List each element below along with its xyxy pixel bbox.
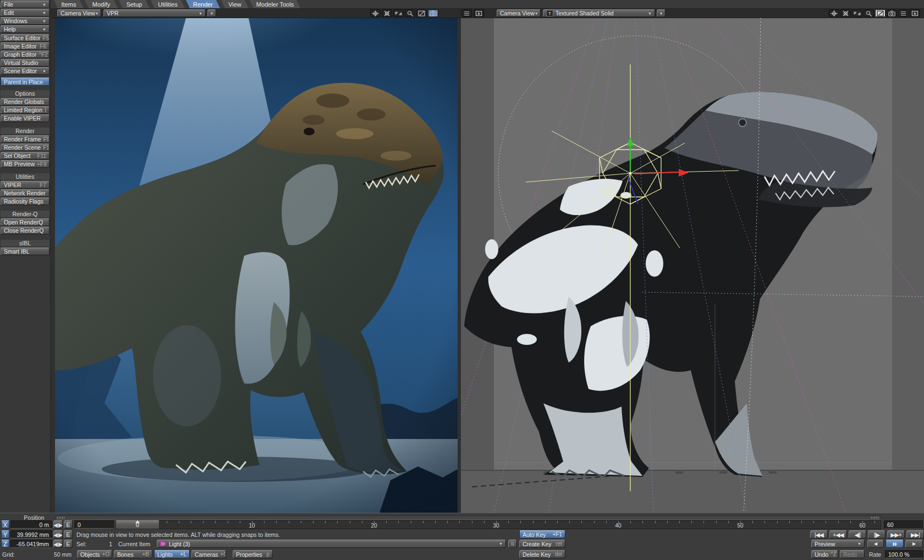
pan-icon[interactable] bbox=[829, 9, 839, 17]
z-spinner[interactable]: ◀▶ bbox=[53, 540, 63, 548]
item-tab-bones[interactable]: Bones+B bbox=[114, 550, 152, 558]
file-menu[interactable]: File▼ bbox=[1, 1, 50, 8]
end-frame-field[interactable]: 60 bbox=[884, 520, 923, 529]
item-tab-cameras[interactable]: Cameras+C bbox=[191, 550, 226, 558]
tab-setup[interactable]: Setup bbox=[119, 0, 150, 8]
scene-editor-button[interactable]: Scene Editor▼ bbox=[1, 67, 50, 75]
x-axis-button[interactable]: X bbox=[1, 520, 9, 529]
list-icon[interactable] bbox=[461, 9, 472, 17]
graph-editor-button[interactable]: Graph Editor^F2 bbox=[1, 51, 50, 58]
x-position-field[interactable]: 0 m bbox=[10, 520, 52, 529]
prev-keyframe-button[interactable]: +◀◀ bbox=[829, 530, 847, 539]
selection-count-value: 1 bbox=[92, 540, 112, 548]
play-reverse-button[interactable]: ◀ bbox=[867, 540, 884, 548]
step-back-button[interactable]: ◀|| bbox=[849, 530, 866, 539]
enable-viper-button[interactable]: Enable VIPER bbox=[1, 114, 50, 122]
save-preview-icon[interactable] bbox=[910, 9, 920, 17]
minmax-icon[interactable] bbox=[875, 9, 886, 17]
rotate-icon[interactable] bbox=[840, 9, 851, 17]
render-scene-button[interactable]: Render SceneF10 bbox=[1, 144, 50, 151]
go-first-button[interactable]: |◀◀ bbox=[810, 530, 828, 539]
next-keyframe-button[interactable]: ▶▶+ bbox=[887, 530, 905, 539]
current-item-dropdown[interactable]: Light (3) ▼ bbox=[157, 540, 506, 548]
rate-field[interactable]: 100.0 % bbox=[885, 550, 923, 558]
create-key-button[interactable]: Create Keyret bbox=[519, 540, 565, 548]
redo-button[interactable]: Redo bbox=[840, 550, 865, 558]
sel-object-button[interactable]: Sel ObjectF11 bbox=[1, 152, 50, 160]
timeline-ruler[interactable]: 0 10 20 30 40 50 60 bbox=[116, 520, 881, 529]
render-globals-button[interactable]: Render Globals bbox=[1, 98, 50, 106]
network-render-button[interactable]: Network Render bbox=[1, 189, 50, 197]
zoom-icon[interactable] bbox=[852, 9, 862, 17]
y-position-field[interactable]: 39.9992 mm bbox=[10, 530, 52, 539]
preview-dropdown[interactable]: Preview▼ bbox=[811, 540, 865, 548]
pan-icon[interactable] bbox=[370, 9, 381, 17]
open-renderq-button[interactable]: Open RenderQ bbox=[1, 218, 50, 226]
camera-icon[interactable] bbox=[887, 9, 897, 17]
close-renderq-button[interactable]: Close RenderQ bbox=[1, 227, 50, 234]
auto-key-button[interactable]: Auto Key+F1 bbox=[519, 530, 565, 539]
surface-editor-button[interactable]: Surface EditorF5 bbox=[1, 34, 50, 42]
go-last-button[interactable]: ▶▶| bbox=[906, 530, 924, 539]
left-sidebar: File▼ Edit▼ Windows▼ Help▼ Surface Edito… bbox=[0, 0, 51, 513]
tab-render[interactable]: Render bbox=[186, 0, 220, 8]
left-viewport-canvas[interactable] bbox=[55, 18, 458, 513]
rotate-icon[interactable] bbox=[382, 9, 392, 17]
x-spinner[interactable]: ◀▶ bbox=[53, 520, 63, 529]
delete-key-button[interactable]: Delete Keydel bbox=[519, 550, 565, 558]
minmax-icon[interactable] bbox=[416, 9, 427, 17]
undo-button[interactable]: Undo^Z bbox=[811, 550, 838, 558]
parent-in-place-button[interactable]: Parent in Place bbox=[1, 78, 50, 86]
edit-menu[interactable]: Edit▼ bbox=[1, 9, 50, 17]
step-forward-button[interactable]: ||▶ bbox=[868, 530, 886, 539]
current-frame-field[interactable]: 0 bbox=[74, 520, 114, 529]
tab-utilities[interactable]: Utilities bbox=[151, 0, 185, 8]
pause-button[interactable]: ▮▮ bbox=[886, 540, 904, 548]
frame-slider[interactable]: 0 bbox=[116, 520, 160, 529]
tab-modeler-tools[interactable]: Modeler Tools bbox=[250, 0, 300, 8]
item-tab-objects[interactable]: Objects+O bbox=[77, 550, 112, 558]
x-envelope-button[interactable]: E bbox=[64, 520, 73, 529]
render-frame-button[interactable]: Render FrameF9 bbox=[1, 135, 50, 143]
smart-ibl-button[interactable]: Smart IBL bbox=[1, 248, 50, 255]
magnify-icon[interactable] bbox=[864, 9, 874, 17]
y-envelope-button[interactable]: E bbox=[64, 530, 73, 539]
right-view-type-dropdown[interactable]: Camera View▼ bbox=[497, 9, 541, 17]
left-viewport-options-dropdown[interactable]: ▼ bbox=[207, 9, 216, 17]
item-list-expand-button[interactable] bbox=[508, 540, 517, 548]
virtual-studio-button[interactable]: Virtual Studio bbox=[1, 59, 50, 67]
z-axis-button[interactable]: Z bbox=[1, 540, 9, 548]
list-icon[interactable] bbox=[898, 9, 909, 17]
tab-view[interactable]: View bbox=[221, 0, 249, 8]
sibl-section-header: sIBL bbox=[1, 240, 50, 246]
windows-menu[interactable]: Windows▼ bbox=[1, 17, 50, 25]
zoom-icon[interactable] bbox=[393, 9, 404, 17]
play-button[interactable]: ▶ bbox=[905, 540, 923, 548]
render-section-header: Render bbox=[1, 128, 50, 134]
left-render-mode-dropdown[interactable]: VPR▼ bbox=[103, 9, 206, 17]
y-axis-button[interactable]: Y bbox=[1, 530, 9, 539]
mb-preview-button[interactable]: MB Preview+F9 bbox=[1, 160, 50, 168]
tab-items[interactable]: Items bbox=[54, 0, 84, 8]
item-tab-lights[interactable]: Lights+L bbox=[154, 550, 190, 558]
y-spinner[interactable]: ◀▶ bbox=[53, 530, 63, 539]
help-menu[interactable]: Help▼ bbox=[1, 25, 50, 33]
viper-button[interactable]: VIPERF7 bbox=[1, 181, 50, 189]
right-viewport-options-dropdown[interactable]: ▼ bbox=[657, 9, 666, 17]
radiosity-flags-button[interactable]: Radiosity Flags bbox=[1, 197, 50, 205]
right-render-mode-dropdown[interactable]: T Textured Shaded Solid▼ bbox=[543, 9, 655, 17]
item-tab-properties[interactable]: Propertiesp bbox=[233, 550, 273, 558]
save-preview-icon[interactable] bbox=[474, 9, 484, 17]
bottom-status-bar: Position X 0 m ◀▶ E 0 0 10 20 30 40 50 6… bbox=[0, 513, 924, 560]
camera-icon[interactable] bbox=[428, 9, 438, 17]
tab-modify[interactable]: Modify bbox=[85, 0, 118, 8]
z-envelope-button[interactable]: E bbox=[64, 540, 73, 548]
right-viewport-canvas[interactable] bbox=[461, 18, 924, 513]
left-view-type-dropdown[interactable]: Camera View▼ bbox=[57, 9, 101, 17]
chevron-down-icon: ▼ bbox=[42, 19, 46, 23]
magnify-icon[interactable] bbox=[405, 9, 415, 17]
image-editor-button[interactable]: Image EditorF6 bbox=[1, 42, 50, 50]
z-position-field[interactable]: -65.0419mm bbox=[10, 540, 52, 548]
timeline-scrollbar[interactable] bbox=[55, 515, 881, 520]
limited-region-button[interactable]: Limited RegionI bbox=[1, 106, 50, 114]
